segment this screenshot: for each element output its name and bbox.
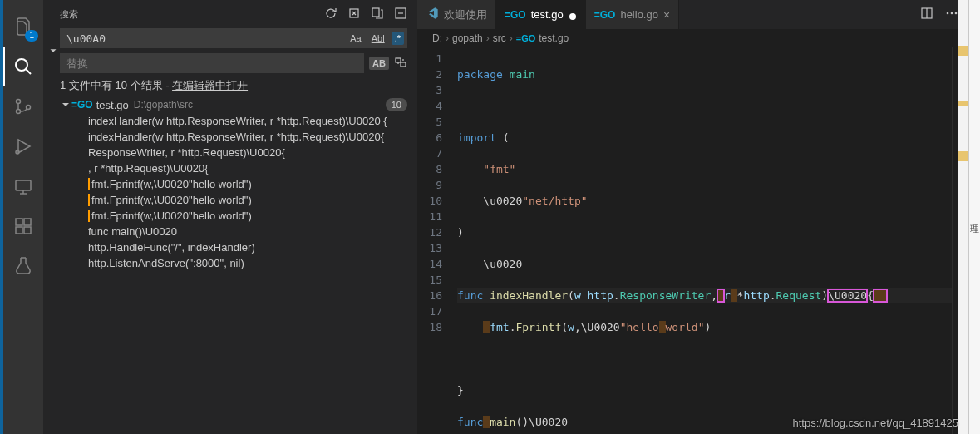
result-summary: 1 文件中有 10 个结果 - 在编辑器中打开 [43,73,417,96]
editor-area: 欢迎使用 =GO test.go =GO hello.go × D: › gop… [417,0,968,434]
tab-label: hello.go [620,8,658,21]
tab-welcome[interactable]: 欢迎使用 [417,0,496,29]
watermark-text: https://blog.csdn.net/qq_41891425 [793,417,959,429]
clear-icon[interactable] [347,7,361,22]
tab-bar: 欢迎使用 =GO test.go =GO hello.go × [417,0,968,29]
overview-ruler[interactable] [958,0,968,434]
result-file-row[interactable]: =GO test.go D:\gopath\src 10 [43,96,417,113]
svg-point-6 [16,150,19,154]
search-result-line[interactable]: ResponseWriter, r *http.Request)\U0020{ [43,145,417,160]
go-file-icon: =GO [505,9,526,21]
toggle-replace-icon[interactable] [47,28,60,73]
breadcrumb-seg[interactable]: src [493,32,506,44]
line-number-gutter: 123 456 789 101112 131415 161718 [417,47,457,434]
search-icon[interactable] [3,47,43,86]
file-name: test.go [96,99,129,111]
run-debug-icon[interactable] [3,126,43,166]
svg-rect-11 [24,219,31,225]
go-file-icon: =GO [516,33,536,43]
svg-rect-7 [16,180,31,190]
source-control-icon[interactable] [3,86,43,126]
replace-input[interactable] [60,53,364,73]
explorer-icon[interactable]: 1 [3,7,43,47]
preserve-case-toggle[interactable]: AB [369,57,389,70]
replace-all-icon[interactable] [394,56,407,72]
split-editor-icon[interactable] [920,7,933,22]
match-count-badge: 10 [386,98,407,111]
collapse-icon[interactable] [394,7,407,22]
remote-icon[interactable] [3,166,43,206]
search-result-line[interactable]: fmt.Fprintf(w,\U0020"hello world") [43,192,417,208]
vscode-icon [426,7,439,22]
right-panel-edge[interactable]: 理 [968,0,980,434]
svg-point-0 [16,59,27,71]
breadcrumb-seg[interactable]: gopath [452,32,483,44]
svg-marker-5 [18,140,30,153]
search-result-line[interactable]: func main()\U0020 [43,224,417,239]
more-icon[interactable] [945,7,958,22]
svg-rect-18 [372,8,379,17]
dirty-indicator-icon [569,11,577,19]
sidebar-title: 搜索 [60,8,78,21]
extensions-icon[interactable] [3,206,43,246]
svg-rect-13 [24,227,31,234]
svg-point-26 [947,12,949,15]
breadcrumb-seg[interactable]: D: [432,32,442,44]
go-file-icon: =GO [71,99,93,111]
tab-test-go[interactable]: =GO test.go [496,0,586,29]
svg-point-23 [569,13,576,20]
go-file-icon: =GO [594,9,616,21]
tab-label: test.go [531,8,564,21]
svg-rect-10 [16,219,22,225]
svg-rect-22 [401,62,406,67]
svg-point-3 [17,110,21,114]
search-sidebar: 搜索 Aa Abl .* AB [43,0,417,434]
code-editor[interactable]: package main import ( "fmt" \u0020"net/h… [457,47,952,434]
tab-hello-go[interactable]: =GO hello.go × [586,0,679,29]
svg-point-28 [955,12,958,15]
breadcrumb-seg[interactable]: test.go [539,32,569,44]
search-result-line[interactable]: http.ListenAndServe(":8000", nil) [43,255,417,271]
svg-rect-21 [396,58,401,62]
search-result-line[interactable]: , r *http.Request)\U0020{ [43,160,417,176]
match-case-toggle[interactable]: Aa [347,32,364,45]
search-result-line[interactable]: http.HandleFunc("/", indexHandler) [43,239,417,255]
search-result-line[interactable]: indexHandler(w http.ResponseWriter, r *h… [43,113,417,129]
svg-line-1 [26,69,31,74]
refresh-icon[interactable] [324,7,337,22]
close-icon[interactable]: × [663,8,670,22]
whole-word-toggle[interactable]: Abl [368,32,388,45]
search-result-line[interactable]: fmt.Fprintf(w,\U0020"hello world") [43,208,417,224]
svg-rect-12 [16,227,22,234]
search-result-line[interactable]: indexHandler(w http.ResponseWriter, r *h… [43,129,417,145]
new-editor-icon[interactable] [371,7,384,22]
svg-point-27 [951,12,953,15]
search-result-line[interactable]: fmt.Fprintf(w,\U0020"hello world") [43,176,417,192]
open-in-editor-link[interactable]: 在编辑器中打开 [172,79,248,91]
sidebar-header: 搜索 [43,0,417,25]
testing-icon[interactable] [3,246,43,286]
explorer-badge: 1 [25,30,38,42]
activity-bar: 1 [3,0,43,434]
twisty-down-icon[interactable] [60,100,71,110]
tab-label: 欢迎使用 [444,7,487,22]
breadcrumb[interactable]: D: › gopath › src › =GO test.go [417,29,968,47]
file-path: D:\gopath\src [134,99,193,111]
regex-toggle[interactable]: .* [392,32,404,45]
svg-point-2 [17,100,21,104]
